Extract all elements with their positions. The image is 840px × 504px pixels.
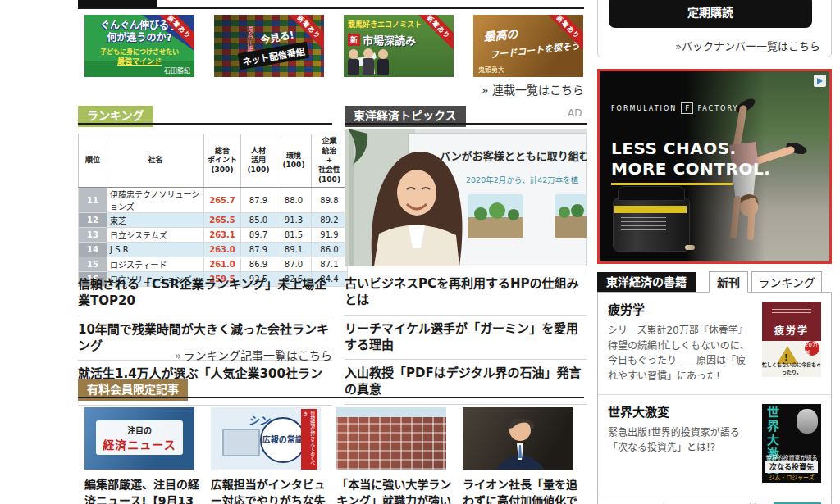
series-list-link[interactable]: » 連載一覧はこちら — [345, 81, 584, 98]
article-title: 編集部厳選、注目の経済ニュース!【9月13日】 — [84, 476, 205, 504]
brand-f-mark: F — [681, 102, 693, 114]
slide-title-text: バンがお客様とともに取り組む森 — [440, 150, 587, 162]
book-title: 疲労学 — [608, 302, 754, 318]
capsule — [685, 245, 695, 250]
book-item[interactable]: 疲労学 シリーズ累計20万部『休養学』待望の続編!忙しくもないのに、今日もぐった… — [598, 293, 831, 394]
supplement-jar — [613, 186, 688, 252]
article-thumbnail: 注目の 経済ニュース — [84, 407, 194, 470]
book-cover: 世界大激変 世界的投資家が語る 次なる投資先 ジム・ロジャーズ — [762, 404, 821, 483]
ranking-table: 順位 社名 総合 ポイント (300) 人材 活用 (100) 環境 (100)… — [78, 134, 348, 287]
table-header-row: 順位 社名 総合 ポイント (300) 人材 活用 (100) 環境 (100)… — [79, 134, 348, 188]
tab-new-releases[interactable]: 新刊 — [709, 271, 748, 293]
topics-article-link[interactable]: 古いビジネスPCを再利用するHPの仕組みとは — [345, 270, 587, 316]
books-label: 東洋経済の書籍 — [597, 272, 696, 293]
article-title: ライオン社長「量を追わずに高付加価値化で戦う」 — [463, 476, 583, 504]
ranking-more-link[interactable]: »ランキング記事一覧はこちら — [78, 347, 332, 363]
chevron-right-icon: » — [675, 40, 682, 52]
topics-feature-image[interactable]: バンがお客様とともに取り組む森 2020年2月から、計42万本を植 — [345, 129, 587, 266]
table-row: 11 伊藤忠テクノソリューションズ 265.7 87.9 88.0 89.8 — [79, 188, 348, 213]
series-thumb-food-court[interactable]: 新着あり 最高の フードコートを探そう 鬼頭勇大 — [473, 15, 583, 77]
col-hr: 人材 活用 (100) — [241, 134, 276, 188]
table-row: 13 日立システムズ 263.1 89.7 81.5 91.9 — [79, 228, 348, 243]
article-title: 「本当に強い大学ランキング」就職力が強いTOP50 — [336, 476, 457, 504]
ad-brand-logo: FORMULATION F FACTORY — [611, 102, 738, 114]
premium-article-card[interactable]: ライオン社長「量を追わずに高付加価値化で戦う」 唐澤 莉央 — [463, 407, 583, 504]
book-title: 世界大激変 — [608, 404, 754, 420]
premium-article-card[interactable]: シン 広報の常識 管理職が押さえておくべき 広報担当がインタビュー対応でやりがち… — [211, 407, 331, 504]
ad-headline-1: LESS CHAOS. — [611, 138, 737, 158]
series-thumbnail-row: 新着あり ぐんぐん伸びる子 何が違うのか? 子どもに身につけさせたい 最強マイン… — [84, 15, 583, 77]
president-photo — [463, 407, 573, 470]
topics-rule — [345, 123, 587, 125]
tab-ranking[interactable]: ランキング — [751, 271, 822, 293]
col-company: 社名 — [107, 134, 204, 188]
premium-rule — [78, 397, 584, 398]
thumb-title: 市場深読み — [363, 32, 416, 48]
series-thumb-market-deep-read[interactable]: 新着あり 競馬好きエコノミスト 新 市場深読み — [344, 15, 454, 77]
col-gov: 企業 統治 + 社会性 (100) — [312, 134, 348, 188]
display-ad[interactable]: FORMULATION F FACTORY LESS CHAOS. MORE C… — [597, 69, 832, 264]
article-thumbnail: シン 広報の常識 管理職が押さえておくべき — [211, 407, 321, 470]
ad-accent-underline — [611, 183, 733, 185]
books-list: 疲労学 シリーズ累計20万部『休養学』待望の続編!忙しくもないのに、今日もぐった… — [597, 292, 832, 504]
table-row: 14 J S R 263.0 87.9 89.1 86.0 — [79, 243, 348, 257]
subscribe-button[interactable]: 定期購読 — [609, 0, 812, 28]
col-env: 環境 (100) — [276, 134, 312, 188]
book-description: 緊急出版!世界的投資家が語る「次なる投資先」とは!? — [608, 425, 754, 456]
ad-headline-2: MORE CONTROL. — [611, 159, 770, 179]
chevron-right-icon: » — [175, 349, 182, 362]
premium-article-row: 注目の 経済ニュース 編集部厳選、注目の経済ニュース!【9月13日】 宇都宮 徹… — [84, 407, 583, 504]
thumb-subtitle: 子どもに身につけさせたい — [84, 47, 194, 56]
thumb-author: 石田勝紀 — [164, 66, 190, 75]
book-cover: 疲労学 ! 20万部 忙しくもないのに今日もぐったり。 — [762, 302, 821, 377]
books-section-header: 東洋経済の書籍 — [597, 272, 696, 293]
new-label: 新 — [348, 34, 360, 46]
thumb-kicker: 今見る! — [259, 27, 295, 47]
article-title: 広報担当がインタビュー対応でやりがちな失敗 — [211, 476, 331, 504]
thumb-author: 鬼頭勇大 — [478, 65, 504, 74]
economists-figures — [345, 48, 391, 75]
article-thumbnail — [463, 407, 573, 470]
table-row: 15 ロジスティード 261.0 86.9 87.0 87.1 — [79, 257, 348, 272]
premium-article-card[interactable]: 注目の 経済ニュース 編集部厳選、注目の経済ニュース!【9月13日】 宇都宮 徹 — [84, 407, 205, 504]
page: 新着あり ぐんぐん伸びる子 何が違うのか? 子どもに身につけさせたい 最強マイン… — [0, 0, 840, 504]
slide-sub-text: 2020年2月から、計42万本を植 — [466, 175, 579, 184]
col-total: 総合 ポイント (300) — [204, 134, 241, 188]
series-thumb-net-streaming[interactable]: 新着あり 長谷川陽子 今見る! ネット配信番組 — [214, 15, 324, 77]
ad-label: AD — [568, 107, 582, 119]
table-row: 12 東芝 265.5 85.0 91.3 89.2 — [79, 213, 348, 228]
series-thumb-kids-mind[interactable]: 新着あり ぐんぐん伸びる子 何が違うのか? 子どもに身につけさせたい 最強マイン… — [84, 15, 194, 77]
book-item[interactable]: いっきに学び直す世界史 第1巻【西洋史 古代・中世】 1 学び直す — [598, 493, 831, 504]
ranking-rule — [78, 123, 332, 125]
ranking-article-link[interactable]: 信頼される「CSR企業ランキング」未上場企業TOP20 — [78, 271, 332, 316]
col-rank: 順位 — [79, 134, 107, 188]
pc-illustration — [222, 429, 260, 456]
series-section-rule — [78, 7, 584, 9]
premium-article-card[interactable]: 「本当に強い大学ランキング」就職力が強いTOP50 — [336, 407, 457, 504]
book-description: シリーズ累計20万部『休養学』待望の続編!忙しくもないのに、今日もぐったり――原… — [608, 323, 754, 384]
adchoices-icon[interactable] — [814, 75, 826, 87]
topics-photo: バンがお客様とともに取り組む森 2020年2月から、計42万本を植 — [345, 129, 587, 266]
topics-article-link[interactable]: リーチマイケル選手が「ガーミン」を愛用する理由 — [345, 316, 587, 361]
article-thumbnail — [336, 407, 446, 470]
backnumber-link[interactable]: »バックナンバー一覧はこちら — [597, 38, 820, 53]
topics-article-links: 古いビジネスPCを再利用するHPの仕組みとは リーチマイケル選手が「ガーミン」を… — [345, 270, 587, 405]
book-item[interactable]: 世界大激変 緊急出版!世界的投資家が語る「次なる投資先」とは!? 世界大激変 世… — [598, 394, 831, 493]
